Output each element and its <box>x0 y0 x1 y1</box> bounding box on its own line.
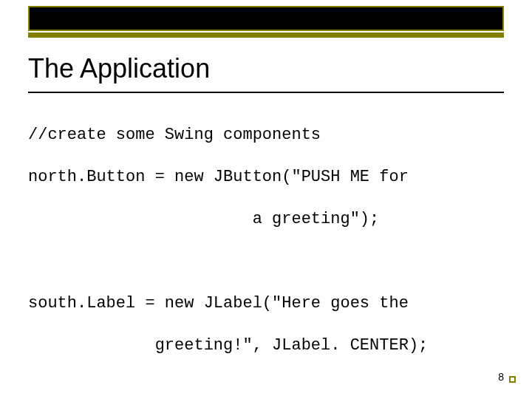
code-block: //create some Swing components north.But… <box>28 103 504 399</box>
page-marker-icon <box>509 376 516 383</box>
header-bar <box>28 6 504 31</box>
code-line: north.Button = new JButton("PUSH ME for <box>28 167 504 188</box>
slide-title: The Application <box>28 53 504 84</box>
code-line: south.Label = new JLabel("Here goes the <box>28 293 504 315</box>
code-line: //create some Swing components <box>28 125 504 146</box>
title-underline <box>28 92 504 93</box>
code-line: a greeting"); <box>28 209 504 231</box>
slide-body: //create some Swing components north.But… <box>28 103 504 399</box>
header-accent <box>28 33 504 38</box>
slide: The Application //create some Swing comp… <box>0 0 532 399</box>
page-number: 8 <box>498 371 504 383</box>
code-blank-line <box>28 378 504 398</box>
code-blank-line <box>28 251 504 272</box>
code-line: greeting!", JLabel. CENTER); <box>28 335 504 357</box>
